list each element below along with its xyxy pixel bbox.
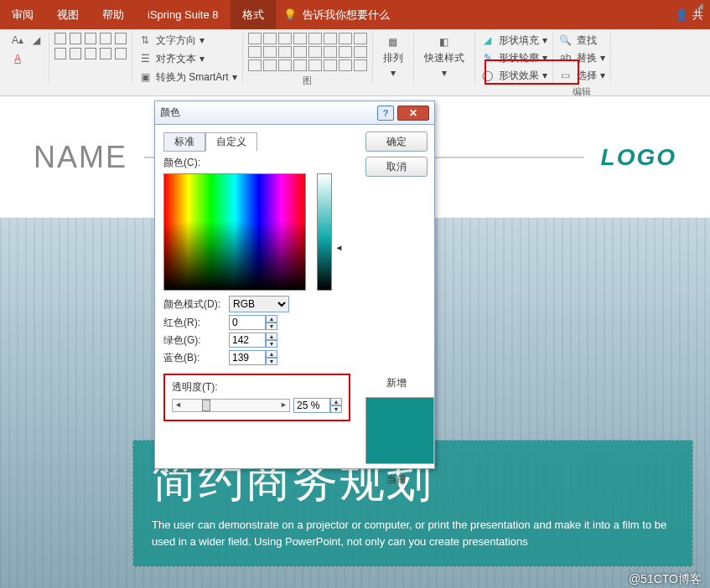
color-mode-select[interactable]: RGB	[229, 296, 289, 312]
transparency-input[interactable]	[293, 398, 330, 413]
shape-fill-button[interactable]: ◢形状填充 ▾	[480, 33, 547, 48]
luminance-slider[interactable]	[317, 173, 332, 291]
help-button[interactable]: ?	[377, 106, 394, 121]
find-button[interactable]: 🔍查找	[558, 33, 605, 48]
ok-button[interactable]: 确定	[365, 132, 428, 152]
transparency-label: 透明度(T):	[172, 380, 342, 395]
shapes-gallery[interactable]	[248, 33, 367, 71]
ribbon: A▴ ◢ A ⇅文字方向 ▾ ☰对齐文本 ▾ ▣转换为 SmartArt ▾	[0, 29, 710, 96]
current-color-label: 当前	[365, 472, 428, 487]
cancel-button[interactable]: 取消	[365, 157, 428, 177]
share-icon: 👤	[674, 8, 689, 23]
tab-view[interactable]: 视图	[45, 0, 91, 29]
color-label: 颜色(C):	[163, 156, 350, 170]
line-spacing-icon[interactable]	[115, 33, 127, 44]
blue-up-icon[interactable]: ▲	[266, 350, 277, 358]
quickstyles-button[interactable]: ◧ 快速样式▾	[419, 33, 469, 80]
share-button[interactable]: 👤 共	[674, 8, 710, 23]
align-center-icon[interactable]	[70, 48, 81, 59]
quickstyles-icon: ◧	[437, 34, 452, 49]
t-up-icon[interactable]: ▲	[330, 398, 342, 405]
red-up-icon[interactable]: ▲	[266, 315, 277, 322]
text-layout-group: ⇅文字方向 ▾ ☰对齐文本 ▾ ▣转换为 SmartArt ▾	[132, 33, 243, 84]
red-spinner[interactable]: ▲▼	[229, 315, 277, 330]
align-text-icon: ☰	[137, 51, 153, 66]
tab-review[interactable]: 审阅	[0, 0, 45, 29]
blue-label: 蓝色(B):	[163, 351, 224, 365]
blue-spinner[interactable]: ▲▼	[229, 350, 277, 365]
arrange-group: ▦ 排列▾	[373, 33, 414, 84]
red-label: 红色(R):	[163, 316, 224, 330]
highlight-shape-fill	[485, 59, 579, 85]
green-up-icon[interactable]: ▲	[266, 333, 277, 340]
green-label: 绿色(G):	[163, 333, 224, 348]
name-placeholder[interactable]: NAME	[34, 140, 127, 175]
watermark: @51CTO博客	[629, 572, 702, 587]
text-direction-icon: ⇅	[137, 33, 153, 48]
columns-icon[interactable]	[115, 48, 127, 59]
dialog-title: 颜色	[160, 106, 377, 120]
ribbon-tabs: 审阅 视图 帮助 iSpring Suite 8 格式 💡 告诉我你想要什么 👤…	[0, 0, 710, 29]
t-down-icon[interactable]: ▼	[330, 405, 342, 413]
blue-down-icon[interactable]: ▼	[266, 358, 277, 365]
mode-label: 颜色模式(D):	[163, 297, 224, 312]
justify-icon[interactable]	[100, 48, 111, 59]
green-spinner[interactable]: ▲▼	[229, 333, 277, 348]
align-right-icon[interactable]	[85, 48, 96, 59]
close-button[interactable]: ✕	[397, 106, 429, 121]
numbering-icon[interactable]	[70, 33, 81, 44]
green-down-icon[interactable]: ▼	[266, 340, 277, 348]
arrange-button[interactable]: ▦ 排列▾	[378, 33, 408, 80]
indent-in-icon[interactable]	[100, 33, 111, 44]
tell-me-search[interactable]: 💡 告诉我你想要什么	[282, 8, 390, 23]
bullets-icon[interactable]	[54, 33, 66, 44]
slider-left-icon[interactable]: ◄	[174, 400, 182, 409]
clear-format-icon[interactable]: ◢	[29, 33, 44, 48]
red-input[interactable]	[229, 315, 266, 330]
new-color-label: 新增	[365, 376, 428, 390]
blue-input[interactable]	[229, 350, 266, 365]
font-size-up-icon[interactable]: A▴	[10, 33, 25, 48]
tab-ispring[interactable]: iSpring Suite 8	[136, 0, 231, 29]
transparency-spinner[interactable]: ▲▼	[293, 398, 342, 413]
red-down-icon[interactable]: ▼	[266, 322, 277, 330]
quickstyles-group: ◧ 快速样式▾	[414, 33, 475, 84]
dialog-tabs: 标准 自定义	[163, 132, 350, 151]
transparency-slider[interactable]: ◄ ►	[172, 399, 290, 412]
slider-right-icon[interactable]: ►	[280, 400, 288, 409]
slider-thumb[interactable]	[202, 400, 210, 411]
indent-out-icon[interactable]	[85, 33, 96, 44]
color-spectrum[interactable]	[163, 173, 306, 291]
shapes-group: 图	[243, 33, 373, 84]
logo-placeholder[interactable]: LOGO	[601, 144, 676, 171]
fill-icon: ◢	[480, 33, 495, 48]
green-input[interactable]	[229, 333, 266, 348]
tell-me-label: 告诉我你想要什么	[303, 8, 390, 23]
align-text-button[interactable]: ☰对齐文本 ▾	[137, 51, 237, 66]
find-icon: 🔍	[558, 33, 573, 48]
slide-subtitle[interactable]: The user can demonstrate on a projector …	[152, 517, 674, 549]
shapes-group-label: 图	[248, 75, 367, 87]
color-dialog: 颜色 ? ✕ 标准 自定义 颜色(C): 颜色模式(D): RGB 红色(R):…	[154, 101, 435, 469]
font-color-icon[interactable]: A	[10, 51, 25, 66]
tab-custom[interactable]: 自定义	[205, 132, 257, 152]
arrange-icon: ▦	[386, 34, 401, 49]
transparency-section: 透明度(T): ◄ ► ▲▼	[163, 374, 350, 421]
color-preview	[365, 397, 434, 464]
paragraph-group	[49, 33, 132, 84]
tab-standard[interactable]: 标准	[163, 132, 205, 152]
tab-help[interactable]: 帮助	[91, 0, 136, 29]
smartart-icon: ▣	[137, 70, 153, 85]
tab-format[interactable]: 格式	[231, 0, 276, 29]
align-left-icon[interactable]	[54, 48, 66, 59]
dialog-launcher-icon[interactable]: ◢	[697, 1, 703, 10]
text-direction-button[interactable]: ⇅文字方向 ▾	[137, 33, 237, 48]
font-group: A▴ ◢ A	[5, 33, 49, 84]
bulb-icon: 💡	[282, 8, 298, 23]
dialog-titlebar[interactable]: 颜色 ? ✕	[155, 101, 434, 125]
smartart-button[interactable]: ▣转换为 SmartArt ▾	[137, 70, 237, 85]
